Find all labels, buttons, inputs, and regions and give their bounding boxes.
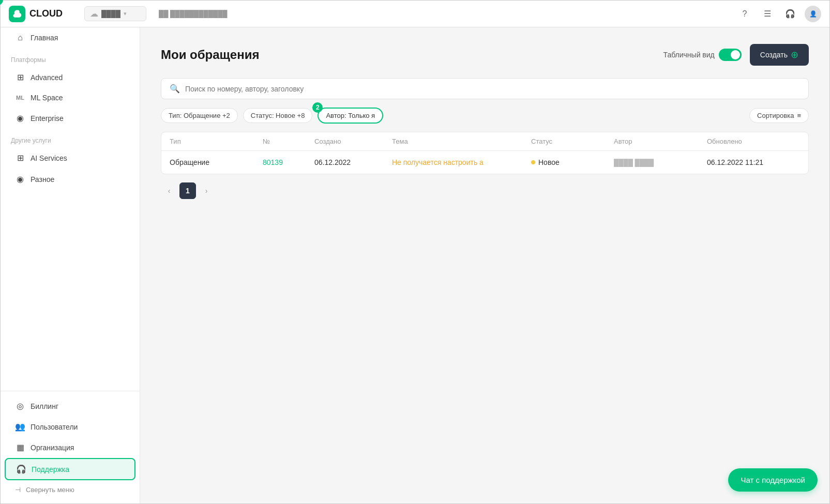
collapse-label: Свернуть меню: [26, 486, 74, 494]
sidebar-advanced-label: Advanced: [31, 73, 63, 82]
sidebar-users-label: Пользователи: [31, 423, 78, 431]
home-icon: ⌂: [15, 33, 25, 42]
plus-icon: ⊕: [791, 49, 798, 60]
collapse-icon: ⊣: [15, 486, 21, 494]
sidebar: ⌂ Главная Платформы ⊞ Advanced ML ML Spa…: [1, 27, 140, 503]
row-status: Новое: [531, 158, 614, 166]
status-label: Новое: [538, 158, 560, 166]
ai-icon: ⊞: [15, 153, 25, 163]
sidebar-home-label: Главная: [31, 34, 58, 42]
col-topic: Тема: [392, 138, 531, 145]
project-name: ████: [101, 10, 120, 18]
content-area: Мои обращения Табличный вид Создать ⊕ 🔍: [140, 27, 829, 503]
row-created: 06.12.2022: [314, 158, 392, 166]
sidebar-item-org[interactable]: ▦ Организация: [5, 437, 135, 457]
sort-label: Сортировка: [757, 112, 794, 119]
env-name: ██ ████████████: [159, 10, 228, 18]
search-input[interactable]: [185, 85, 800, 93]
sidebar-item-mlspace[interactable]: ML ML Space: [5, 88, 135, 107]
sidebar-misc-label: Разное: [31, 175, 54, 184]
sidebar-item-ai[interactable]: ⊞ AI Services: [5, 148, 135, 168]
support-icon: 🎧: [16, 464, 26, 474]
sidebar-item-users[interactable]: 👥 Пользователи: [5, 417, 135, 437]
col-created: Создано: [314, 138, 392, 145]
header-right: Табличный вид Создать ⊕: [663, 44, 809, 66]
platforms-label: Платформы: [1, 48, 140, 67]
prev-page-btn[interactable]: ‹: [161, 182, 177, 199]
notifications-button[interactable]: 🎧: [782, 6, 798, 22]
row-author: ████ ████: [614, 159, 707, 166]
filters-row: Тип: Обращение +2 Статус: Новое +8 2 Авт…: [161, 108, 809, 124]
search-icon: 🔍: [170, 84, 180, 94]
row-number[interactable]: 80139: [263, 158, 314, 166]
table-view-switch[interactable]: [719, 49, 742, 61]
sidebar-enterprise-label: Enterprise: [31, 114, 64, 123]
mlspace-icon: ML: [15, 95, 25, 101]
logo: CLOUD: [9, 6, 76, 22]
pagination: ‹ 1 ›: [161, 182, 809, 199]
sidebar-support-label: Поддержка: [32, 465, 69, 474]
docs-button[interactable]: ☰: [759, 6, 776, 22]
sidebar-item-home[interactable]: ⌂ Главная: [5, 28, 135, 48]
chat-support-button[interactable]: Чат с поддержкой: [728, 468, 818, 492]
user-avatar[interactable]: 👤: [805, 6, 821, 22]
page-title: Мои обращения: [161, 48, 259, 62]
topbar: CLOUD ☁ ████ ▾ ██ ████████████ ? ☰ 🎧 👤: [1, 1, 829, 27]
table-header: Тип № Создано Тема Статус Автор Обновлен…: [161, 132, 808, 151]
col-updated: Обновлено: [707, 138, 800, 145]
create-label: Создать: [760, 51, 788, 59]
requests-table: Тип № Создано Тема Статус Автор Обновлен…: [161, 132, 809, 174]
sort-icon: ≡: [797, 112, 801, 119]
help-button[interactable]: ?: [736, 6, 753, 22]
col-author: Автор: [614, 138, 707, 145]
main-layout: ⌂ Главная Платформы ⊞ Advanced ML ML Spa…: [1, 27, 829, 503]
sidebar-item-enterprise[interactable]: ◉ Enterprise: [5, 108, 135, 128]
create-button[interactable]: Создать ⊕: [750, 44, 809, 66]
sidebar-bottom: ◎ Биллинг 👥 Пользователи ▦ Организация 1…: [1, 391, 140, 503]
other-label: Другие услуги: [1, 129, 140, 147]
billing-icon: ◎: [15, 401, 25, 411]
org-icon: ▦: [15, 442, 25, 452]
logo-text: CLOUD: [29, 8, 63, 19]
filter-author-wrapper: 2 Автор: Только я: [318, 108, 383, 124]
content-header: Мои обращения Табличный вид Создать ⊕: [161, 44, 809, 66]
project-selector[interactable]: ☁ ████ ▾: [84, 6, 146, 21]
sort-button[interactable]: Сортировка ≡: [749, 108, 809, 123]
status-dot: [531, 160, 535, 164]
next-page-btn[interactable]: ›: [198, 182, 215, 199]
col-status: Статус: [531, 138, 614, 145]
sidebar-mlspace-label: ML Space: [31, 94, 63, 102]
users-icon: 👥: [15, 422, 25, 432]
advanced-icon: ⊞: [15, 72, 25, 82]
enterprise-icon: ◉: [15, 113, 25, 123]
row-topic[interactable]: Не получается настроить а: [392, 158, 531, 166]
sidebar-ai-label: AI Services: [31, 154, 67, 162]
topbar-right: ? ☰ 🎧 👤: [736, 6, 821, 22]
sidebar-item-advanced[interactable]: ⊞ Advanced: [5, 67, 135, 87]
table-row: Обращение 80139 06.12.2022 Не получается…: [161, 151, 808, 174]
table-view-toggle: Табличный вид: [663, 49, 741, 61]
misc-icon: ◉: [15, 174, 25, 184]
sidebar-item-billing[interactable]: ◎ Биллинг: [5, 396, 135, 416]
col-number: №: [263, 138, 314, 145]
sidebar-item-support[interactable]: 1 🎧 Поддержка: [5, 458, 135, 480]
filter-status[interactable]: Статус: Новое +8: [243, 108, 313, 123]
row-updated: 06.12.2022 11:21: [707, 158, 800, 166]
search-bar: 🔍: [161, 78, 809, 99]
sidebar-billing-label: Биллинг: [31, 402, 58, 410]
sidebar-collapse-btn[interactable]: ⊣ Свернуть меню: [5, 481, 135, 499]
logo-icon: [9, 6, 25, 22]
page-1-btn[interactable]: 1: [179, 182, 196, 199]
row-type: Обращение: [170, 158, 263, 166]
filter-type[interactable]: Тип: Обращение +2: [161, 108, 238, 123]
filter-author[interactable]: Автор: Только я: [318, 108, 383, 124]
col-type: Тип: [170, 138, 263, 145]
sidebar-item-misc[interactable]: ◉ Разное: [5, 169, 135, 189]
table-view-label: Табличный вид: [663, 51, 714, 59]
sidebar-org-label: Организация: [31, 444, 74, 452]
